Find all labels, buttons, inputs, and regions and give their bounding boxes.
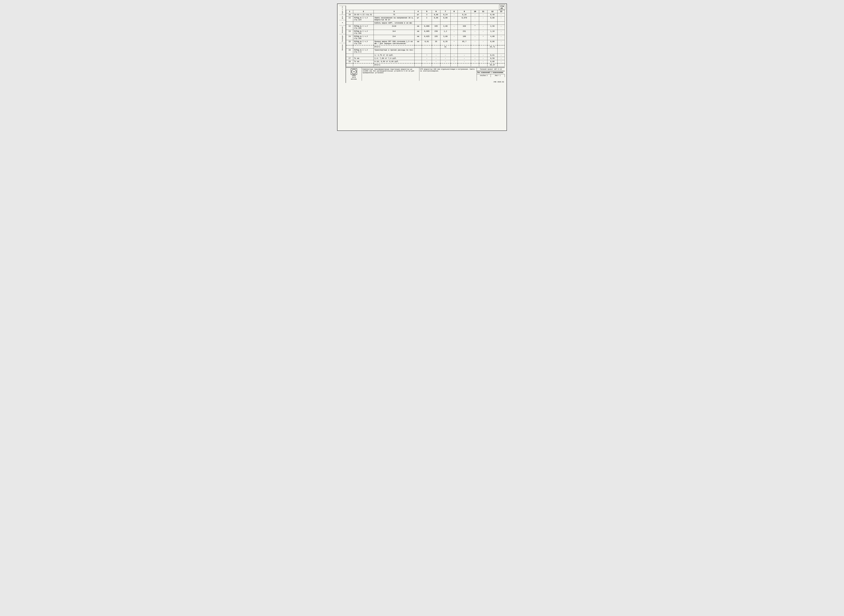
row-c11: ~ — [479, 35, 487, 40]
row-c12: 0,61 — [487, 54, 498, 57]
row-col13 — [498, 45, 505, 48]
row-qty: I — [422, 16, 432, 22]
row-desc: Транспортные и прочие расходы по поз: — [374, 48, 414, 54]
row-c7 — [440, 22, 451, 25]
row-col5 — [422, 45, 432, 48]
row-c13: - — [498, 13, 505, 16]
header-col3: 3 — [374, 10, 414, 13]
row-c9: 0,079 — [458, 16, 471, 22]
row-c8: ~ — [451, 40, 458, 45]
header-col12: 12 — [487, 10, 498, 13]
row-c11: - — [479, 40, 487, 45]
row-c6: 0,06 — [432, 13, 440, 16]
row-c7 — [440, 48, 451, 54]
row-c10: - — [471, 40, 479, 45]
table-row-cable-header: Кабель марки АНРГ, сечением в кв мм: — [346, 22, 505, 25]
row-c6: 155 — [432, 35, 440, 40]
row-c9: 320 — [458, 25, 471, 30]
dashed-separator-row2: Итого: 35,97 — [346, 63, 505, 67]
row-c10: - — [471, 13, 479, 16]
row-qty — [422, 48, 432, 54]
row-source: ПСРЦЦ № 1 ч.У стр.106 — [353, 35, 374, 40]
row-c6 — [432, 22, 440, 25]
row-desc: 2х4 — [374, 35, 414, 40]
footer-no-changes: без изменений с изменениями — [477, 71, 505, 74]
row-c10: - — [471, 60, 479, 63]
row-desc: Кабель марки АНРГ, сечением в кв мм: — [374, 22, 414, 25]
content-area: 1 2 3 4 5 6 7 8 9 10 11 12 13 — [346, 6, 505, 83]
row-c7: 1,2 — [440, 30, 451, 35]
document-page: Стр 20. Отдел а сто Дата № Начальник Рук… — [337, 3, 507, 131]
row-col7 — [440, 63, 451, 67]
row-unit: шт — [415, 13, 422, 16]
otdel-label: Отдел а сто — [339, 6, 346, 15]
footer: ПИ 1965 1970 москва Комплектные трансфор… — [346, 67, 505, 81]
row-qty: - — [422, 57, 432, 60]
row-id: I2 — [346, 25, 353, 30]
row-source: ПСРЦЦ № I ч.У стр.106 — [353, 30, 374, 35]
header-col7: 7 — [440, 10, 451, 13]
row-unit — [415, 54, 422, 57]
row-col4 — [415, 63, 422, 67]
row-col12: 35,97 — [487, 63, 498, 67]
row-c7: 0,24 — [440, 13, 451, 16]
row-source: То же — [353, 60, 374, 63]
row-unit: км — [415, 30, 422, 35]
table-row: I6 ПСРЦЦ № I ч.У стр.4-6 Транспортные и … — [346, 48, 505, 54]
row-unit — [415, 48, 422, 54]
row-c13: - — [498, 16, 505, 22]
row-c9 — [458, 48, 471, 54]
row-c6: 35 — [432, 40, 440, 45]
row-id — [346, 45, 353, 48]
row-col4 — [415, 45, 422, 48]
row-desc: 1; 4,7% от 13 руб. — [374, 54, 414, 57]
row-col10 — [471, 45, 479, 48]
row-itogo: Итого: — [374, 45, 414, 48]
unc-label: УНЕ 3595-02 — [346, 81, 505, 83]
row-qty: - — [422, 60, 432, 63]
table-row: I0 I6-03 ч.II стр.31 75 шт 3 0,06 0,24 -… — [346, 13, 505, 16]
row-qty: 0,005 — [422, 30, 432, 35]
row-desc: 9-10; 8,6% от 0,66 руб. — [374, 60, 414, 63]
table-row: I3 ПСРЦЦ № I ч.У стр.106 3х4 км 0,005 23… — [346, 30, 505, 35]
footer-list: Лист 1 — [491, 74, 505, 77]
n-label: № — [339, 20, 346, 25]
row-c13: - — [498, 60, 505, 63]
svg-text:ПИ: ПИ — [353, 71, 355, 73]
row-c9: 160 — [458, 35, 471, 40]
row-c12: 0,06 — [487, 60, 498, 63]
row-c8: - — [451, 35, 458, 40]
row-c11: - — [479, 54, 487, 57]
row-c8: - — [451, 54, 458, 57]
row-c7: 3,88 — [440, 35, 451, 40]
row-desc: 2х10 — [374, 25, 414, 30]
row-c10 — [471, 48, 479, 54]
row-id: II — [346, 16, 353, 22]
row-source: ПСРЦЦ № I ч.У стр.220 — [353, 40, 374, 45]
row-c13: - — [498, 25, 505, 30]
row-id: I7 — [346, 57, 353, 60]
row-source — [353, 22, 374, 25]
row-col8 — [451, 45, 458, 48]
nachalnik-label: Начальник — [339, 25, 346, 34]
row-desc: 2,4; 7,8% от 7,6 руб. — [374, 57, 414, 60]
row-qty: 0,01 — [422, 40, 432, 45]
row-desc: 3х4 — [374, 30, 414, 35]
table-row: I5 ПСРЦЦ № I ч.У стр.220 Провод марки ПР… — [346, 40, 505, 45]
row-c8: - — [451, 13, 458, 16]
row-id: I6 — [346, 48, 353, 54]
row-c9: 0,16 — [458, 13, 471, 16]
row-c11: - — [479, 57, 487, 60]
row-c7: 0,35 — [440, 40, 451, 45]
row-id: I3 — [346, 30, 353, 35]
footer-city: москва — [346, 78, 361, 80]
row-c12: 0,08 — [487, 16, 498, 22]
table-row: I4 ПСРЦЦ № 1 ч.У стр.106 2х4 км 0,025 15… — [346, 35, 505, 40]
row-unit: шт — [415, 16, 422, 22]
row-unit: км — [415, 40, 422, 45]
row-desc: Провод марки ПРГ-500 сечением 1,5 кв мм … — [374, 40, 414, 45]
row-c13 — [498, 48, 505, 54]
row-unit — [415, 57, 422, 60]
row-c8: - — [451, 60, 458, 63]
header-col2: 2 — [353, 10, 374, 13]
